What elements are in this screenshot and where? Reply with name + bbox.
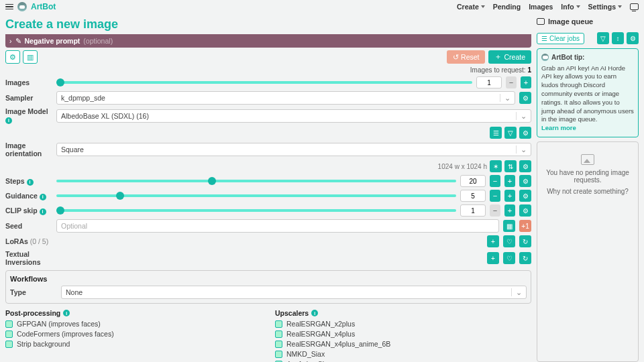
- checkbox-icon[interactable]: [5, 330, 13, 338]
- postprocessing-heading: Post-processingi: [5, 309, 262, 317]
- upscaler-item[interactable]: RealESRGAN_x4plus_anime_6B: [275, 340, 531, 348]
- undo-icon: ↺: [453, 53, 459, 61]
- info-icon[interactable]: i: [63, 310, 70, 316]
- menu-icon[interactable]: [5, 4, 13, 10]
- lora-history-button[interactable]: ↻: [519, 235, 531, 247]
- queue-empty: You have no pending image requests. Why …: [537, 141, 639, 362]
- robot-icon: [541, 54, 549, 61]
- queue-settings-button[interactable]: ⚙: [627, 32, 639, 44]
- upscaler-item[interactable]: RealESRGAN_x4plus: [275, 330, 531, 338]
- checkbox-icon[interactable]: [275, 320, 282, 328]
- checkbox-icon[interactable]: [5, 320, 13, 328]
- model-settings-button[interactable]: ⚙: [519, 127, 531, 139]
- postprocess-item[interactable]: CodeFormers (improves faces): [5, 330, 262, 338]
- ti-label: Textual Inversions: [5, 250, 52, 266]
- chevron-down-icon: [481, 5, 485, 8]
- chevron-right-icon: ›: [9, 37, 12, 45]
- edit-icon: ✎: [15, 37, 21, 45]
- dim-swap-button[interactable]: ⇅: [504, 160, 517, 172]
- topbar: ArtBot Create Pending Images Info Settin…: [0, 0, 644, 13]
- clip-increment[interactable]: +: [504, 204, 515, 217]
- steps-input[interactable]: [460, 175, 486, 187]
- chevron-down-icon: ⌄: [500, 94, 511, 102]
- chevron-down-icon: [576, 5, 580, 8]
- logo-icon: [17, 2, 27, 11]
- clip-input[interactable]: [460, 204, 486, 217]
- postprocess-item[interactable]: Strip background: [5, 340, 262, 348]
- seed-input[interactable]: Optional: [56, 219, 499, 233]
- model-filter-button[interactable]: ▽: [504, 127, 517, 139]
- steps-settings[interactable]: ⚙: [519, 175, 531, 187]
- create-button[interactable]: ＋Create: [488, 50, 531, 64]
- upscaler-item[interactable]: NMKD_Siax: [275, 350, 531, 358]
- postprocess-item[interactable]: GFPGAN (improves faces): [5, 320, 262, 328]
- layers-icon-button[interactable]: ▥: [23, 50, 38, 64]
- clip-label: CLIP skip i: [5, 206, 52, 215]
- guidance-label: Guidance i: [5, 192, 52, 200]
- workflow-type-select[interactable]: None⌄: [61, 286, 527, 299]
- checkbox-icon[interactable]: [275, 330, 282, 338]
- steps-decrement[interactable]: −: [490, 175, 500, 187]
- nav-info[interactable]: Info: [561, 3, 580, 11]
- images-increment[interactable]: +: [521, 76, 531, 88]
- dim-settings-button[interactable]: ⚙: [519, 160, 531, 172]
- guidance-input[interactable]: [460, 190, 486, 202]
- dim-shuffle-button[interactable]: ✶: [490, 160, 502, 172]
- page-title: Create a new image: [5, 17, 531, 32]
- upscaler-item[interactable]: RealESRGAN_x2plus: [275, 320, 531, 328]
- images-input[interactable]: [476, 76, 502, 88]
- lora-add-button[interactable]: +: [487, 235, 499, 247]
- model-list-button[interactable]: ☰: [490, 127, 502, 139]
- checkbox-icon[interactable]: [275, 341, 282, 348]
- ti-add-button[interactable]: +: [487, 252, 499, 264]
- orientation-select[interactable]: Square⌄: [56, 143, 531, 156]
- reset-button[interactable]: ↺Reset: [447, 50, 485, 64]
- clip-slider[interactable]: [56, 209, 456, 212]
- nav-images[interactable]: Images: [529, 3, 553, 11]
- images-slider[interactable]: [56, 81, 472, 84]
- display-icon[interactable]: [630, 3, 639, 10]
- ti-history-button[interactable]: ↻: [519, 252, 531, 264]
- images-label: Images: [5, 78, 52, 86]
- sampler-settings[interactable]: ⚙: [519, 92, 531, 104]
- nav-settings[interactable]: Settings: [588, 3, 622, 11]
- guidance-slider[interactable]: [56, 194, 456, 197]
- tip-body: Grab an API key! An AI Horde API key all…: [541, 64, 634, 125]
- brand[interactable]: ArtBot: [31, 2, 56, 11]
- list-icon: ☰: [541, 35, 547, 42]
- guidance-settings[interactable]: ⚙: [519, 190, 531, 202]
- seed-label: Seed: [5, 222, 52, 230]
- chevron-down-icon: [618, 5, 622, 8]
- steps-increment[interactable]: +: [504, 175, 515, 187]
- info-icon[interactable]: i: [40, 208, 46, 215]
- image-placeholder-icon: [581, 154, 594, 165]
- guidance-decrement[interactable]: −: [490, 190, 500, 202]
- guidance-increment[interactable]: +: [504, 190, 515, 202]
- checkbox-icon[interactable]: [275, 351, 282, 358]
- settings-icon-button[interactable]: ⚙: [5, 50, 20, 64]
- image-icon: [537, 18, 545, 25]
- sampler-select[interactable]: k_dpmpp_sde⌄: [56, 91, 515, 105]
- ti-fav-button[interactable]: ♡: [503, 252, 515, 264]
- steps-slider[interactable]: [56, 180, 456, 182]
- learn-more-link[interactable]: Learn more: [541, 124, 576, 131]
- info-icon[interactable]: i: [27, 179, 34, 186]
- images-decrement[interactable]: −: [506, 76, 517, 88]
- seed-random-button[interactable]: ▦: [503, 220, 515, 232]
- negative-prompt-row[interactable]: › ✎ Negative prompt (optional): [5, 34, 531, 48]
- queue-sort-button[interactable]: ↕: [612, 32, 624, 44]
- clear-jobs-button[interactable]: ☰Clear jobs: [537, 33, 584, 44]
- nav-create[interactable]: Create: [457, 3, 485, 11]
- nav-pending[interactable]: Pending: [493, 3, 521, 11]
- clip-decrement[interactable]: −: [490, 204, 500, 217]
- model-select[interactable]: AlbedoBase XL (SDXL) (16)⌄: [56, 109, 531, 123]
- model-label: Image Model i: [5, 107, 52, 124]
- queue-filter-button[interactable]: ▽: [597, 32, 609, 44]
- checkbox-icon[interactable]: [5, 341, 13, 348]
- info-icon[interactable]: i: [5, 117, 12, 124]
- info-icon[interactable]: i: [40, 194, 46, 200]
- lora-fav-button[interactable]: ♡: [503, 235, 515, 247]
- clip-settings[interactable]: ⚙: [519, 204, 531, 217]
- seed-inc-button[interactable]: +1: [519, 220, 531, 232]
- info-icon[interactable]: i: [311, 310, 318, 316]
